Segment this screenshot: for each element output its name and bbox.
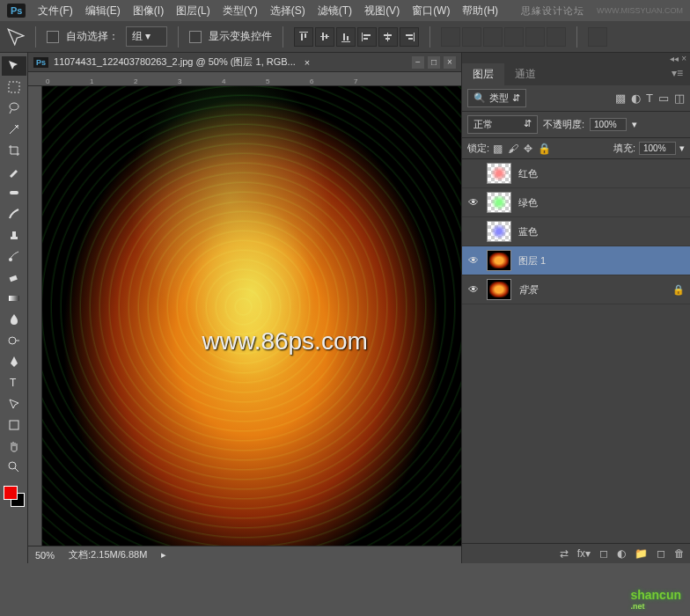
- maximize-icon[interactable]: □: [428, 56, 440, 69]
- visibility-toggle[interactable]: 👁: [467, 283, 480, 296]
- visibility-toggle[interactable]: 👁: [467, 254, 480, 267]
- group-icon[interactable]: 📁: [635, 547, 648, 560]
- align-left-icon[interactable]: [357, 27, 377, 47]
- statusbar-arrow-icon[interactable]: ▸: [161, 549, 166, 561]
- link-layers-icon[interactable]: ⇄: [560, 547, 569, 560]
- menu-image[interactable]: 图像(I): [133, 4, 164, 18]
- visibility-toggle[interactable]: 👁: [467, 196, 480, 209]
- layer-thumbnail[interactable]: [487, 250, 511, 271]
- adjustment-layer-icon[interactable]: ◐: [617, 547, 626, 560]
- zoom-tool[interactable]: [2, 458, 26, 477]
- distribute-icon[interactable]: [525, 27, 545, 47]
- menu-file[interactable]: 文件(F): [38, 4, 72, 18]
- dodge-tool[interactable]: [2, 331, 26, 350]
- align-vcenter-icon[interactable]: [315, 27, 334, 47]
- layer-row[interactable]: 👁 背景 🔒: [462, 275, 690, 304]
- lock-all-icon[interactable]: 🔒: [538, 143, 551, 155]
- close-tab-icon[interactable]: ×: [305, 57, 310, 68]
- brush-tool[interactable]: [2, 204, 26, 224]
- gradient-tool[interactable]: [2, 289, 26, 308]
- menu-help[interactable]: 帮助(H): [462, 4, 498, 18]
- wand-tool[interactable]: [2, 120, 26, 139]
- lock-transparent-icon[interactable]: ▩: [493, 143, 503, 155]
- close-icon[interactable]: ×: [444, 56, 456, 69]
- doc-info[interactable]: 文档:2.15M/6.88M: [69, 548, 147, 561]
- layer-name[interactable]: 背景: [518, 283, 538, 297]
- color-swatches[interactable]: [4, 486, 25, 507]
- layer-name[interactable]: 绿色: [518, 196, 538, 209]
- document-tab[interactable]: Ps 11074431_122403780263_2.jpg @ 50% (图层…: [28, 53, 461, 72]
- lock-position-icon[interactable]: ✥: [524, 143, 532, 155]
- shape-tool[interactable]: [2, 415, 26, 435]
- distribute-icon[interactable]: [441, 27, 460, 47]
- layer-thumbnail[interactable]: [487, 221, 511, 242]
- heal-tool[interactable]: [2, 183, 26, 202]
- fill-input[interactable]: 100%: [639, 142, 676, 155]
- stamp-tool[interactable]: [2, 225, 26, 245]
- eyedropper-tool[interactable]: [2, 162, 26, 181]
- layer-name[interactable]: 图层 1: [518, 254, 546, 268]
- move-tool[interactable]: [2, 56, 26, 76]
- show-transform-checkbox[interactable]: [189, 31, 202, 43]
- layer-fx-icon[interactable]: fx▾: [577, 547, 591, 560]
- layer-name[interactable]: 红色: [518, 167, 538, 180]
- fill-dropdown-icon[interactable]: ▾: [679, 143, 685, 154]
- filter-smart-icon[interactable]: ◫: [674, 92, 685, 105]
- align-right-icon[interactable]: [400, 27, 419, 47]
- filter-type-dropdown[interactable]: 🔍类型 ⇵: [467, 89, 526, 107]
- layer-thumbnail[interactable]: [487, 279, 511, 300]
- lock-pixels-icon[interactable]: 🖌: [508, 143, 518, 155]
- menu-view[interactable]: 视图(V): [364, 4, 400, 18]
- new-layer-icon[interactable]: ◻: [657, 547, 665, 560]
- foreground-color[interactable]: [4, 486, 18, 500]
- pen-tool[interactable]: [2, 352, 26, 371]
- delete-layer-icon[interactable]: 🗑: [674, 547, 685, 560]
- layer-row[interactable]: 👁 绿色: [462, 188, 690, 217]
- type-tool[interactable]: T: [2, 373, 26, 392]
- panel-collapse-bar[interactable]: ◂◂ ×: [462, 53, 690, 63]
- move-tool-icon[interactable]: [7, 28, 25, 46]
- filter-pixel-icon[interactable]: ▩: [615, 92, 626, 105]
- zoom-level[interactable]: 50%: [35, 550, 55, 561]
- layer-thumbnail[interactable]: [487, 163, 511, 184]
- filter-shape-icon[interactable]: ▭: [658, 92, 669, 105]
- align-top-icon[interactable]: [294, 27, 313, 47]
- menu-edit[interactable]: 编辑(E): [85, 4, 121, 18]
- distribute-icon[interactable]: [547, 27, 566, 47]
- distribute-icon[interactable]: [483, 27, 503, 47]
- filter-adjust-icon[interactable]: ◐: [631, 92, 641, 105]
- distribute-icon[interactable]: [462, 27, 481, 47]
- minimize-icon[interactable]: −: [412, 56, 424, 69]
- align-bottom-icon[interactable]: [336, 27, 356, 47]
- align-hcenter-icon[interactable]: [378, 27, 398, 47]
- auto-align-icon[interactable]: [588, 27, 607, 47]
- tab-layers[interactable]: 图层: [462, 63, 504, 85]
- layer-row[interactable]: 红色: [462, 159, 690, 188]
- opacity-dropdown-icon[interactable]: ▾: [632, 119, 637, 130]
- eraser-tool[interactable]: [2, 268, 26, 287]
- blend-mode-dropdown[interactable]: 正常⇵: [467, 115, 538, 134]
- opacity-input[interactable]: 100%: [590, 118, 627, 131]
- menu-window[interactable]: 窗口(W): [412, 4, 450, 18]
- layer-mask-icon[interactable]: ◻: [599, 547, 608, 560]
- canvas[interactable]: www.86ps.com: [42, 86, 461, 546]
- menu-select[interactable]: 选择(S): [270, 4, 305, 18]
- layer-row[interactable]: 蓝色: [462, 217, 690, 246]
- path-select-tool[interactable]: [2, 394, 26, 414]
- hand-tool[interactable]: [2, 436, 26, 456]
- crop-tool[interactable]: [2, 141, 26, 160]
- lasso-tool[interactable]: [2, 99, 26, 118]
- layer-name[interactable]: 蓝色: [518, 225, 538, 238]
- menu-type[interactable]: 类型(Y): [223, 4, 258, 18]
- auto-select-dropdown[interactable]: 组 ▾: [126, 26, 167, 47]
- filter-type-icon[interactable]: T: [646, 92, 653, 105]
- blur-tool[interactable]: [2, 310, 26, 329]
- panel-menu-icon[interactable]: ▾≡: [664, 63, 690, 85]
- tab-channels[interactable]: 通道: [504, 63, 547, 85]
- auto-select-checkbox[interactable]: [47, 31, 59, 43]
- marquee-tool[interactable]: [2, 77, 26, 97]
- menu-filter[interactable]: 滤镜(T): [318, 4, 352, 18]
- distribute-icon[interactable]: [504, 27, 524, 47]
- layer-thumbnail[interactable]: [487, 192, 511, 213]
- layer-row[interactable]: 👁 图层 1: [462, 246, 690, 275]
